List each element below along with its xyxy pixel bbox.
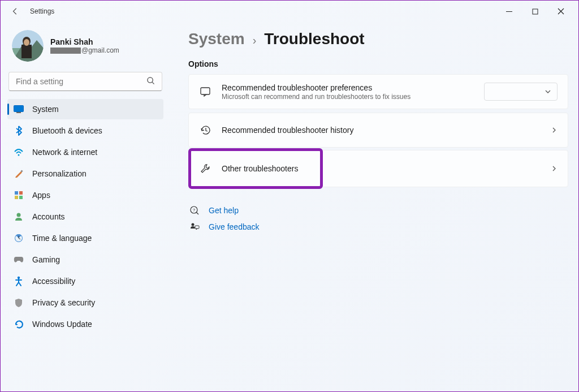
page-title: Troubleshoot — [264, 30, 364, 48]
breadcrumb-parent[interactable]: System — [188, 30, 245, 48]
sidebar-item-update[interactable]: Windows Update — [7, 314, 163, 334]
maximize-icon — [532, 8, 538, 15]
close-button[interactable] — [548, 2, 574, 20]
nav-list: System Bluetooth & devices Network & int… — [7, 99, 163, 334]
chat-icon — [199, 86, 211, 97]
preferences-dropdown[interactable] — [484, 83, 558, 101]
svg-point-28 — [192, 223, 195, 226]
sidebar-item-apps[interactable]: Apps — [7, 185, 163, 205]
card-troubleshooter-preferences[interactable]: Recommended troubleshooter preferences M… — [188, 74, 568, 109]
profile-email: @gmail.com — [50, 46, 119, 54]
card-subtitle: Microsoft can recommend and run troubles… — [222, 93, 477, 101]
accounts-icon — [13, 211, 24, 222]
chevron-down-icon — [545, 88, 551, 95]
sidebar-item-personalization[interactable]: Personalization — [7, 163, 163, 184]
chevron-right-icon — [551, 165, 558, 172]
svg-rect-14 — [15, 191, 18, 195]
section-heading: Options — [188, 59, 568, 68]
sidebar-item-gaming[interactable]: Gaming — [7, 249, 163, 270]
profile-block[interactable]: Panki Shah @gmail.com — [7, 28, 163, 70]
svg-rect-1 — [533, 9, 538, 14]
link-text: Give feedback — [209, 222, 260, 231]
accessibility-icon — [13, 275, 24, 287]
give-feedback-link[interactable]: Give feedback — [188, 219, 568, 235]
sidebar-item-time[interactable]: Time & language — [7, 228, 163, 248]
sidebar-item-label: Personalization — [32, 169, 87, 178]
window-title: Settings — [30, 7, 54, 15]
update-icon — [13, 318, 24, 330]
svg-point-12 — [18, 154, 20, 156]
search-box[interactable] — [8, 72, 162, 91]
system-icon — [13, 104, 24, 115]
svg-rect-16 — [15, 196, 18, 199]
svg-rect-15 — [19, 191, 23, 195]
sidebar-item-label: Network & internet — [32, 148, 97, 157]
minimize-icon — [506, 8, 512, 15]
apps-icon — [13, 189, 24, 201]
avatar — [12, 30, 44, 62]
email-domain: @gmail.com — [81, 46, 119, 54]
svg-text:?: ? — [193, 208, 196, 213]
network-icon — [13, 147, 24, 158]
maximize-button[interactable] — [522, 2, 548, 20]
svg-line-9 — [152, 82, 154, 84]
time-icon — [13, 232, 24, 244]
close-icon — [558, 8, 564, 15]
window-controls — [496, 2, 574, 20]
get-help-link[interactable]: ? Get help — [188, 202, 568, 219]
sidebar-item-label: Apps — [32, 191, 50, 200]
minimize-button[interactable] — [496, 2, 522, 20]
svg-rect-10 — [14, 106, 24, 112]
personalization-icon — [13, 168, 24, 179]
svg-rect-24 — [201, 88, 210, 94]
titlebar: Settings — [1, 1, 578, 22]
sidebar: Panki Shah @gmail.com System Bluetooth &… — [1, 22, 170, 391]
redacted-email-local — [50, 48, 81, 54]
feedback-icon — [188, 222, 201, 231]
svg-rect-11 — [16, 112, 21, 113]
breadcrumb: System › Troubleshoot — [188, 30, 568, 48]
sidebar-item-label: Accounts — [32, 212, 65, 221]
svg-point-8 — [148, 77, 153, 82]
svg-rect-29 — [195, 226, 199, 229]
history-icon — [199, 124, 211, 136]
sidebar-item-label: System — [32, 105, 59, 114]
svg-line-27 — [196, 212, 198, 214]
svg-point-7 — [24, 39, 29, 46]
card-troubleshooter-history[interactable]: Recommended troubleshooter history — [188, 113, 568, 148]
sidebar-item-network[interactable]: Network & internet — [7, 142, 163, 162]
sidebar-item-accounts[interactable]: Accounts — [7, 206, 163, 227]
svg-rect-17 — [19, 196, 23, 199]
sidebar-item-accessibility[interactable]: Accessibility — [7, 271, 163, 291]
svg-point-18 — [17, 213, 21, 217]
svg-rect-6 — [21, 45, 32, 58]
card-other-troubleshooters[interactable]: Other troubleshooters — [188, 150, 568, 187]
sidebar-item-label: Windows Update — [32, 320, 92, 329]
back-arrow-icon — [11, 7, 19, 15]
gaming-icon — [13, 254, 24, 265]
sidebar-item-label: Accessibility — [32, 277, 75, 286]
help-icon: ? — [188, 205, 201, 216]
main-content: System › Troubleshoot Options Recommende… — [170, 22, 578, 391]
sidebar-item-bluetooth[interactable]: Bluetooth & devices — [7, 120, 163, 141]
back-button[interactable] — [5, 1, 25, 21]
sidebar-item-label: Gaming — [32, 255, 60, 264]
card-title: Other troubleshooters — [222, 164, 544, 173]
profile-name: Panki Shah — [50, 37, 119, 46]
link-text: Get help — [209, 206, 239, 215]
search-icon — [146, 76, 155, 87]
footer-links: ? Get help Give feedback — [188, 202, 568, 235]
bluetooth-icon — [13, 125, 24, 136]
sidebar-item-label: Time & language — [32, 234, 92, 243]
sidebar-item-system[interactable]: System — [7, 99, 163, 119]
privacy-icon — [13, 297, 24, 308]
card-title: Recommended troubleshooter preferences — [222, 83, 477, 92]
chevron-right-icon — [551, 127, 558, 133]
card-title: Recommended troubleshooter history — [222, 126, 544, 135]
sidebar-item-privacy[interactable]: Privacy & security — [7, 292, 163, 313]
sidebar-item-label: Bluetooth & devices — [32, 126, 102, 135]
chevron-right-icon: › — [253, 34, 257, 47]
sidebar-item-label: Privacy & security — [32, 298, 95, 307]
wrench-icon — [199, 163, 211, 174]
search-input[interactable] — [16, 77, 146, 86]
